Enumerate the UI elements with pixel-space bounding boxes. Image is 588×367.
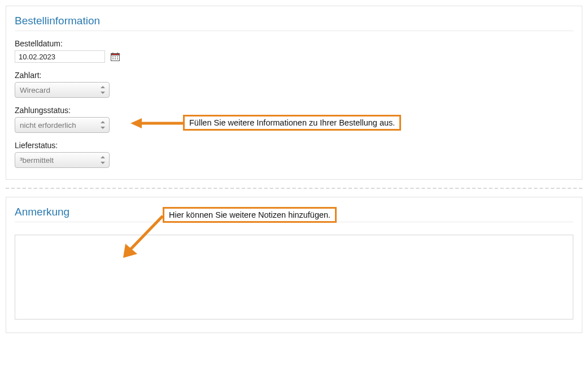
svg-marker-11 <box>130 118 142 128</box>
svg-rect-8 <box>115 58 116 59</box>
note-textarea[interactable] <box>15 235 573 319</box>
svg-rect-9 <box>117 58 118 59</box>
chevron-updown-icon <box>100 156 106 164</box>
payment-type-value: Wirecard <box>20 86 50 94</box>
svg-rect-2 <box>112 53 114 54</box>
svg-rect-7 <box>112 58 114 59</box>
chevron-updown-icon <box>100 86 106 94</box>
order-date-group: Bestelldatum: <box>15 39 573 63</box>
order-info-panel: Bestellinformation Bestelldatum: <box>6 6 582 180</box>
payment-status-label: Zahlungsstatus: <box>15 106 573 115</box>
section-divider <box>6 188 582 189</box>
svg-rect-5 <box>115 56 116 57</box>
svg-rect-4 <box>112 56 114 57</box>
order-info-callout: Füllen Sie weitere Informationen zu Ihre… <box>183 115 401 131</box>
order-date-label: Bestelldatum: <box>15 39 573 48</box>
order-info-title: Bestellinformation <box>15 15 573 31</box>
svg-line-12 <box>130 216 163 249</box>
delivery-status-value: ³bermittelt <box>20 156 54 165</box>
payment-type-label: Zahlart: <box>15 71 573 80</box>
arrow-icon <box>116 214 167 265</box>
note-callout: Hier können Sie weitere Notizen hinzufüg… <box>163 207 337 223</box>
payment-status-select[interactable]: nicht erforderlich <box>15 117 110 133</box>
arrow-icon <box>130 118 184 129</box>
note-panel-wrap: Hier können Sie weitere Notizen hinzufüg… <box>6 197 582 333</box>
delivery-status-select[interactable]: ³bermittelt <box>15 152 110 168</box>
order-date-input[interactable] <box>15 50 105 63</box>
delivery-status-label: Lieferstatus: <box>15 141 573 150</box>
svg-rect-6 <box>117 56 118 57</box>
payment-type-select[interactable]: Wirecard <box>15 82 110 98</box>
svg-rect-3 <box>117 53 119 54</box>
payment-status-value: nicht erforderlich <box>20 121 76 129</box>
delivery-status-group: Lieferstatus: ³bermittelt <box>15 141 573 168</box>
calendar-icon[interactable] <box>111 53 120 61</box>
order-date-row <box>15 50 573 63</box>
chevron-updown-icon <box>100 121 106 129</box>
svg-rect-1 <box>111 53 120 55</box>
payment-type-group: Zahlart: Wirecard <box>15 71 573 98</box>
